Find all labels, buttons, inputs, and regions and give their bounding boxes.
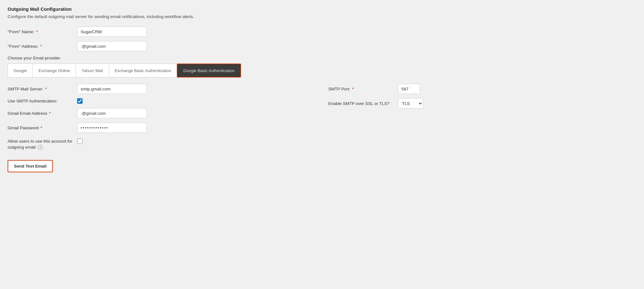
gmail-address-row: Gmail Email Address *: [8, 108, 316, 118]
info-icon: i: [38, 145, 43, 150]
smtp-server-row: SMTP Mail Server: *: [8, 84, 316, 94]
ssl-row: Enable SMTP over SSL or TLS? None SSL TL…: [328, 98, 636, 108]
from-address-label: "From" Address: *: [8, 44, 77, 49]
smtp-port-input[interactable]: [398, 84, 420, 94]
page-description: Configure the default outgoing mail serv…: [8, 14, 636, 19]
ssl-select[interactable]: None SSL TLS: [398, 98, 423, 108]
page-title: Outgoing Mail Configuration: [8, 6, 636, 12]
smtp-auth-checkbox[interactable]: [77, 98, 83, 104]
gmail-address-label: Gmail Email Address *: [8, 111, 77, 116]
provider-buttons: Google Exchange Online Yahoo! Mail Excha…: [8, 64, 636, 77]
smtp-port-label: SMTP Port: *: [328, 87, 398, 91]
from-name-label: "From" Name: *: [8, 29, 77, 34]
smtp-port-row: SMTP Port: *: [328, 84, 636, 94]
gmail-password-label: Gmail Password *: [8, 126, 77, 130]
settings-right: SMTP Port: * Enable SMTP over SSL or TLS…: [328, 84, 636, 151]
provider-btn-exchange-online[interactable]: Exchange Online: [33, 64, 76, 77]
settings-grid: SMTP Mail Server: * Use SMTP Authenticat…: [8, 84, 636, 151]
allow-users-label: Allow users to use this account for outg…: [8, 138, 77, 151]
smtp-server-required: *: [45, 87, 47, 91]
smtp-port-required: *: [352, 87, 354, 91]
ssl-label: Enable SMTP over SSL or TLS?: [328, 101, 398, 106]
gmail-password-input[interactable]: [77, 123, 147, 133]
from-address-input[interactable]: [77, 41, 147, 51]
allow-users-checkbox[interactable]: [77, 138, 83, 144]
from-name-required: *: [36, 29, 38, 34]
smtp-auth-row: Use SMTP Authentication:: [8, 98, 316, 104]
allow-users-row: Allow users to use this account for outg…: [8, 138, 316, 151]
provider-btn-google[interactable]: Google: [8, 64, 33, 77]
gmail-password-required: *: [40, 126, 42, 130]
smtp-server-label: SMTP Mail Server: *: [8, 87, 77, 91]
provider-label: Choose your Email provider: [8, 56, 636, 60]
gmail-password-row: Gmail Password *: [8, 123, 316, 133]
from-address-required: *: [40, 44, 42, 49]
smtp-auth-label: Use SMTP Authentication:: [8, 99, 77, 103]
settings-left: SMTP Mail Server: * Use SMTP Authenticat…: [8, 84, 316, 151]
from-address-row: "From" Address: *: [8, 41, 636, 51]
provider-btn-google-basic[interactable]: Google Basic Authentication: [177, 64, 241, 77]
from-name-input[interactable]: [77, 27, 147, 37]
gmail-address-required: *: [49, 111, 51, 116]
provider-btn-exchange-basic[interactable]: Exchange Basic Authentication: [109, 64, 177, 77]
settings-section: SMTP Mail Server: * Use SMTP Authenticat…: [8, 84, 636, 151]
smtp-server-input[interactable]: [77, 84, 147, 94]
provider-btn-yahoo[interactable]: Yahoo! Mail: [76, 64, 109, 77]
provider-section: Choose your Email provider Google Exchan…: [8, 56, 636, 77]
gmail-address-input[interactable]: [77, 108, 147, 118]
from-name-row: "From" Name: *: [8, 27, 636, 37]
send-test-email-button[interactable]: Send Test Email: [8, 160, 53, 172]
